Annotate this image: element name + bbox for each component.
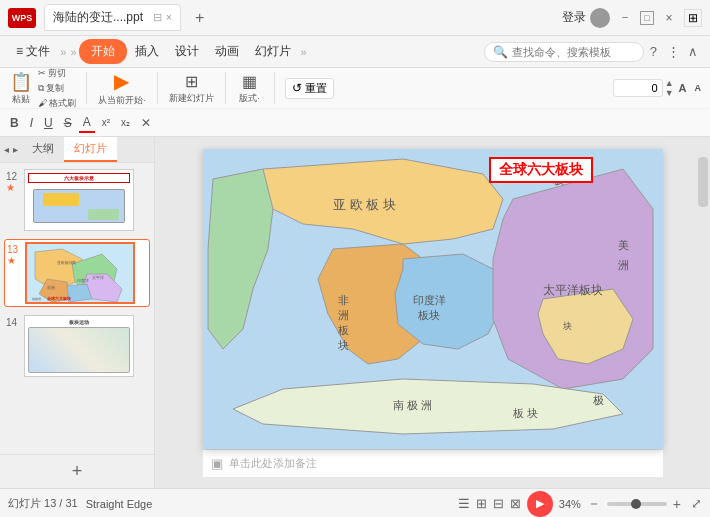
search-input[interactable] bbox=[512, 46, 632, 58]
cut-button[interactable]: ✂ 剪切 bbox=[38, 67, 76, 80]
svg-text:极: 极 bbox=[592, 394, 604, 406]
wps-logo: WPS bbox=[8, 8, 36, 28]
sep-1 bbox=[86, 72, 87, 104]
font-size-up-button[interactable]: ▲ bbox=[665, 78, 674, 88]
slide-content-area: 全球六大板块 bbox=[155, 137, 710, 488]
zoom-value: 34% bbox=[559, 498, 581, 510]
menu-design[interactable]: 设计 bbox=[167, 39, 207, 64]
slide-thumb-13[interactable]: 亚欧板块 非洲 印度洋 太平洋 美 南极洲 全球六大板块 bbox=[25, 242, 135, 304]
title-bar: WPS 海陆的变迁....ppt ⊟ × + 登录 － □ × ⊞ bbox=[0, 0, 710, 36]
menu-more-2[interactable]: » bbox=[68, 46, 78, 58]
menu-home[interactable]: 开始 bbox=[79, 39, 127, 64]
underline-button[interactable]: U bbox=[40, 114, 57, 132]
window-close-button[interactable]: × bbox=[662, 11, 676, 25]
menu-collapse-button[interactable]: ∧ bbox=[684, 44, 702, 59]
notes-placeholder[interactable]: 单击此处添加备注 bbox=[229, 456, 317, 471]
grid-view-button[interactable]: ⊟ bbox=[493, 496, 504, 511]
zoom-thumb[interactable] bbox=[631, 499, 641, 509]
strikethrough-button[interactable]: S bbox=[60, 114, 76, 132]
panel-nav: ◂ ▸ bbox=[0, 137, 22, 162]
help-button[interactable]: ? bbox=[644, 44, 663, 59]
status-bar: 幻灯片 13 / 31 Straight Edge ☰ ⊞ ⊟ ⊠ ▶ 34% … bbox=[0, 488, 710, 517]
filename: 海陆的变迁....ppt bbox=[53, 9, 143, 26]
layout-button[interactable]: ▦ 版式· bbox=[232, 69, 268, 108]
font-color-button[interactable]: A bbox=[79, 113, 95, 133]
zoom-out-button[interactable]: － bbox=[587, 495, 601, 513]
format-painter-button[interactable]: 🖌 格式刷 bbox=[38, 97, 76, 110]
svg-text:亚 欧 板 块: 亚 欧 板 块 bbox=[333, 197, 396, 212]
clear-format-button[interactable]: ✕ bbox=[137, 114, 155, 132]
italic-button[interactable]: I bbox=[26, 114, 37, 132]
window-layout-button[interactable]: ⊞ bbox=[684, 9, 702, 27]
menu-file[interactable]: ≡ 文件 bbox=[8, 39, 58, 64]
svg-text:洲: 洲 bbox=[618, 259, 629, 271]
add-slide-button[interactable]: + bbox=[0, 454, 154, 488]
slide-thumb-map: 亚欧板块 非洲 印度洋 太平洋 美 南极洲 全球六大板块 bbox=[27, 244, 135, 304]
font-size-large-button[interactable]: A bbox=[676, 80, 690, 96]
new-slide-button[interactable]: ⊞ 新建幻灯片 bbox=[164, 69, 219, 108]
svg-text:南 极 洲: 南 极 洲 bbox=[393, 399, 432, 411]
num-input[interactable] bbox=[613, 79, 663, 97]
tab-slides[interactable]: 幻灯片 bbox=[64, 137, 117, 162]
zoom-slider[interactable] bbox=[607, 502, 667, 506]
play-from-current-button[interactable]: ▶ 从当前开始· bbox=[93, 66, 151, 110]
slide-title-box[interactable]: 全球六大板块 bbox=[489, 157, 593, 183]
outline-view-button[interactable]: ⊠ bbox=[510, 496, 521, 511]
login-button[interactable]: 登录 bbox=[562, 8, 610, 28]
svg-text:块: 块 bbox=[337, 339, 349, 351]
menu-view-button[interactable]: ☰ bbox=[458, 496, 470, 511]
search-icon: 🔍 bbox=[493, 45, 508, 59]
reset-icon: ↺ bbox=[292, 81, 302, 95]
slide-canvas[interactable]: 全球六大板块 bbox=[203, 149, 663, 449]
play-slideshow-button[interactable]: ▶ bbox=[527, 491, 553, 517]
menu-slideshow[interactable]: 幻灯片 bbox=[247, 39, 299, 64]
vertical-scrollbar[interactable] bbox=[696, 137, 710, 488]
reset-button[interactable]: ↺ 重置 bbox=[285, 78, 334, 99]
tab-close-button[interactable]: × bbox=[166, 12, 172, 23]
zoom-in-button[interactable]: + bbox=[673, 496, 681, 512]
scroll-thumb[interactable] bbox=[698, 157, 708, 207]
sep-3 bbox=[225, 72, 226, 104]
window-minimize-button[interactable]: － bbox=[618, 11, 632, 25]
window-maximize-button[interactable]: □ bbox=[640, 11, 654, 25]
menu-insert[interactable]: 插入 bbox=[127, 39, 167, 64]
paste-button[interactable]: 📋 粘贴 bbox=[10, 71, 32, 106]
paste-icon: 📋 bbox=[10, 71, 32, 93]
slide-thumb-12[interactable]: 六大板块示意 bbox=[24, 169, 134, 231]
tab-outline[interactable]: 大纲 bbox=[22, 137, 64, 162]
format-painter-icon: 🖌 bbox=[38, 98, 47, 108]
svg-text:非: 非 bbox=[338, 294, 349, 306]
sep-4 bbox=[274, 72, 275, 104]
fit-window-button[interactable]: ⤢ bbox=[691, 496, 702, 511]
status-right: ☰ ⊞ ⊟ ⊠ ▶ 34% － + ⤢ bbox=[458, 491, 702, 517]
file-tab[interactable]: 海陆的变迁....ppt ⊟ × bbox=[44, 4, 181, 31]
font-size-down-button[interactable]: ▼ bbox=[665, 88, 674, 98]
toolbar-format: B I U S A x² x₂ ✕ bbox=[0, 108, 710, 136]
superscript-button[interactable]: x² bbox=[98, 115, 114, 130]
font-size-small-button[interactable]: A bbox=[692, 81, 705, 95]
paste-group: 📋 粘贴 ✂ 剪切 ⧉ 复制 🖌 格式刷 bbox=[6, 67, 80, 110]
svg-text:美: 美 bbox=[72, 260, 76, 265]
notes-bar[interactable]: ▣ 单击此处添加备注 bbox=[203, 449, 663, 477]
panel-nav-left[interactable]: ◂ bbox=[4, 144, 9, 155]
menu-more-3[interactable]: » bbox=[299, 46, 309, 58]
normal-view-button[interactable]: ⊞ bbox=[476, 496, 487, 511]
add-tab-button[interactable]: + bbox=[189, 9, 210, 27]
slide-thumb-14[interactable]: 板块运动 bbox=[24, 315, 134, 377]
slide-item-13[interactable]: 13 ★ 亚欧板块 非洲 印度洋 bbox=[4, 239, 150, 307]
panel-tabs: ◂ ▸ 大纲 幻灯片 bbox=[0, 137, 154, 163]
menu-overflow-button[interactable]: ⋮ bbox=[663, 44, 684, 59]
subscript-button[interactable]: x₂ bbox=[117, 115, 134, 130]
copy-button[interactable]: ⧉ 复制 bbox=[38, 82, 76, 95]
menu-more-1[interactable]: » bbox=[58, 46, 68, 58]
menu-animation[interactable]: 动画 bbox=[207, 39, 247, 64]
title-bar-left: WPS 海陆的变迁....ppt ⊟ × + bbox=[8, 4, 210, 31]
slide-item-12[interactable]: 12 ★ 六大板块示意 bbox=[4, 167, 150, 233]
clipboard-subgroup: ✂ 剪切 ⧉ 复制 🖌 格式刷 bbox=[38, 67, 76, 110]
svg-text:板: 板 bbox=[337, 324, 349, 336]
bold-button[interactable]: B bbox=[6, 114, 23, 132]
slide-item-14[interactable]: 14 板块运动 bbox=[4, 313, 150, 379]
tab-pin-icon[interactable]: ⊟ bbox=[153, 11, 162, 24]
panel-nav-right[interactable]: ▸ bbox=[13, 144, 18, 155]
avatar bbox=[590, 8, 610, 28]
